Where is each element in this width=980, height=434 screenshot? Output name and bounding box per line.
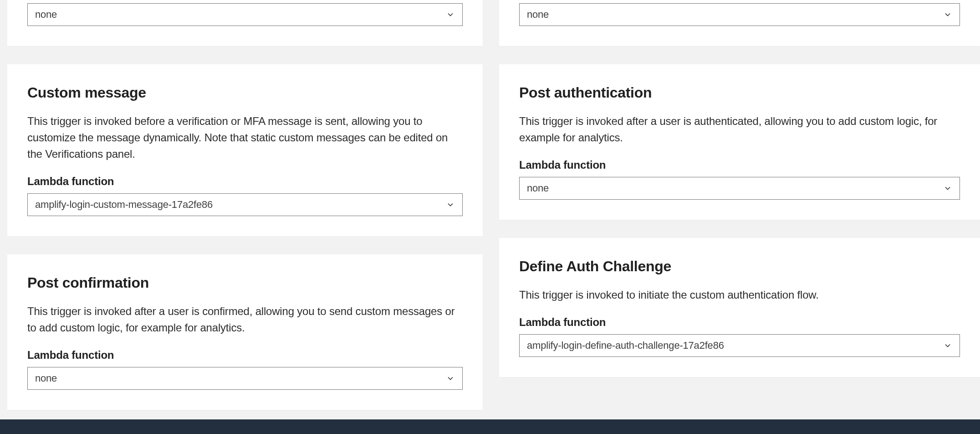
- trigger-card-post-authentication: Post authentication This trigger is invo…: [499, 64, 980, 220]
- select-value: none: [527, 9, 549, 21]
- trigger-card-partial-top-right: Placeholder Placeholder description text…: [499, 0, 980, 46]
- lambda-function-label: Lambda function: [27, 349, 463, 362]
- card-title: Post authentication: [519, 84, 960, 101]
- lambda-function-label: Lambda function: [519, 159, 960, 171]
- trigger-card-define-auth-challenge: Define Auth Challenge This trigger is in…: [499, 238, 980, 377]
- lambda-function-select[interactable]: amplify-login-custom-message-17a2fe86: [27, 193, 463, 216]
- card-desc: This trigger is invoked after a user is …: [519, 113, 960, 146]
- trigger-card-partial-top-left: Placeholder Placeholder description text…: [7, 0, 483, 46]
- card-title: Define Auth Challenge: [519, 258, 960, 275]
- card-desc: This trigger is invoked before a verific…: [27, 113, 463, 162]
- chevron-down-icon: [446, 10, 455, 19]
- select-value: amplify-login-custom-message-17a2fe86: [35, 199, 213, 211]
- footer-bar: [0, 419, 980, 434]
- lambda-function-select[interactable]: none: [519, 177, 960, 200]
- lambda-function-select[interactable]: none: [27, 367, 463, 390]
- select-value: none: [527, 182, 549, 194]
- trigger-card-custom-message: Custom message This trigger is invoked b…: [7, 64, 483, 236]
- card-desc: This trigger is invoked to initiate the …: [519, 287, 960, 303]
- card-desc: This trigger is invoked after a user is …: [27, 303, 463, 336]
- select-value: none: [35, 9, 57, 21]
- chevron-down-icon: [943, 184, 952, 193]
- chevron-down-icon: [943, 10, 952, 19]
- lambda-function-label: Lambda function: [27, 175, 463, 188]
- card-title: Post confirmation: [27, 274, 463, 291]
- lambda-function-label: Lambda function: [519, 316, 960, 329]
- chevron-down-icon: [446, 200, 455, 209]
- card-title: Custom message: [27, 84, 463, 101]
- lambda-function-select[interactable]: none: [519, 3, 960, 26]
- lambda-function-select[interactable]: amplify-login-define-auth-challenge-17a2…: [519, 334, 960, 357]
- chevron-down-icon: [446, 374, 455, 383]
- chevron-down-icon: [943, 341, 952, 350]
- select-value: none: [35, 372, 57, 384]
- select-value: amplify-login-define-auth-challenge-17a2…: [527, 340, 724, 351]
- trigger-card-post-confirmation: Post confirmation This trigger is invoke…: [7, 254, 483, 410]
- lambda-function-select[interactable]: none: [27, 3, 463, 26]
